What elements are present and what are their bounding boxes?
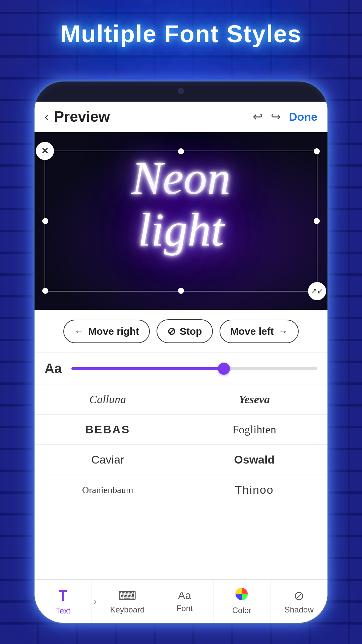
move-right-label: Move right	[88, 326, 139, 337]
phone-notch	[178, 88, 184, 94]
font-cell-foglihten[interactable]: Foglihten	[181, 415, 328, 444]
text-tab-icon: T	[58, 587, 67, 604]
page-title: Multiple Font Styles	[0, 20, 362, 48]
done-button[interactable]: Done	[289, 110, 317, 123]
stop-icon: ⊘	[167, 325, 176, 337]
back-button[interactable]: ‹	[45, 110, 49, 124]
stop-label: Stop	[180, 326, 202, 337]
font-tab-icon: Aa	[178, 589, 191, 602]
font-row-3: Caviar Oswald	[35, 445, 327, 475]
move-left-button[interactable]: Move left →	[220, 320, 299, 343]
keyboard-tab-icon: ⌨	[118, 588, 136, 603]
handle-bottom-left[interactable]	[42, 288, 48, 294]
handle-middle-right[interactable]	[314, 218, 320, 224]
font-row-1: Calluna Yeseva	[35, 384, 327, 415]
font-size-row: Aa	[35, 353, 327, 384]
phone-content: ‹ Preview ↩ ↪ Done Neon light ✕	[35, 102, 327, 623]
handle-top-right[interactable]	[314, 148, 320, 154]
text-tab-label: Text	[56, 606, 70, 615]
font-tab-label: Font	[177, 604, 193, 613]
tab-bar: T Text › ⌨ Keyboard Aa Font	[35, 579, 327, 623]
stop-button[interactable]: ⊘ Stop	[157, 319, 213, 343]
font-row-2: BEBAS Foglihten	[35, 415, 327, 445]
font-size-label: Aa	[45, 361, 65, 376]
font-cell-calluna[interactable]: Calluna	[35, 384, 181, 414]
font-list: Calluna Yeseva BEBAS Foglihten Caviar Os…	[35, 384, 327, 579]
movement-buttons: ← Move right ⊘ Stop Move left →	[35, 310, 327, 353]
shadow-tab-label: Shadow	[285, 605, 314, 614]
move-right-icon: ←	[74, 326, 84, 337]
move-left-label: Move left	[230, 326, 274, 337]
font-cell-oranienbaum[interactable]: Oranienbaum	[35, 475, 181, 505]
font-cell-oswald[interactable]: Oswald	[181, 445, 328, 475]
header-icons: ↩ ↪ Done	[253, 110, 317, 124]
move-right-button[interactable]: ← Move right	[63, 320, 150, 343]
shadow-tab-icon: ⊘	[294, 588, 304, 603]
tab-font[interactable]: Aa Font	[156, 580, 214, 623]
redo-button[interactable]: ↪	[271, 110, 281, 124]
keyboard-tab-label: Keyboard	[110, 605, 145, 614]
handle-bottom-center[interactable]	[178, 288, 184, 294]
font-cell-yeseva[interactable]: Yeseva	[181, 384, 328, 414]
color-tab-icon	[235, 587, 248, 604]
tab-keyboard[interactable]: ⌨ Keyboard	[99, 580, 156, 623]
tab-color[interactable]: Color	[214, 580, 271, 623]
tab-chevron: ›	[92, 580, 99, 623]
move-left-icon: →	[278, 326, 288, 337]
close-handle[interactable]: ✕	[36, 142, 54, 160]
handle-middle-left[interactable]	[42, 218, 48, 224]
font-row-4: Oranienbaum Thinoo	[35, 475, 327, 505]
font-cell-bebas[interactable]: BEBAS	[35, 415, 181, 444]
font-cell-caviar[interactable]: Caviar	[35, 445, 181, 475]
font-size-slider[interactable]	[71, 367, 317, 370]
handle-top-center[interactable]	[178, 148, 184, 154]
undo-button[interactable]: ↩	[253, 110, 263, 124]
color-tab-label: Color	[232, 606, 251, 615]
resize-handle[interactable]: ↗↙	[308, 282, 326, 300]
top-bar: ‹ Preview ↩ ↪ Done	[35, 102, 327, 132]
selection-box[interactable]: ✕ ↗↙	[45, 151, 317, 291]
controls-area: ← Move right ⊘ Stop Move left → Aa	[35, 310, 327, 623]
phone-frame: ‹ Preview ↩ ↪ Done Neon light ✕	[34, 80, 328, 624]
slider-thumb[interactable]	[218, 363, 230, 375]
preview-canvas[interactable]: Neon light ✕ ↗↙	[35, 132, 327, 310]
font-cell-thinoo[interactable]: Thinoo	[181, 475, 328, 505]
header-title: Preview	[54, 108, 253, 125]
